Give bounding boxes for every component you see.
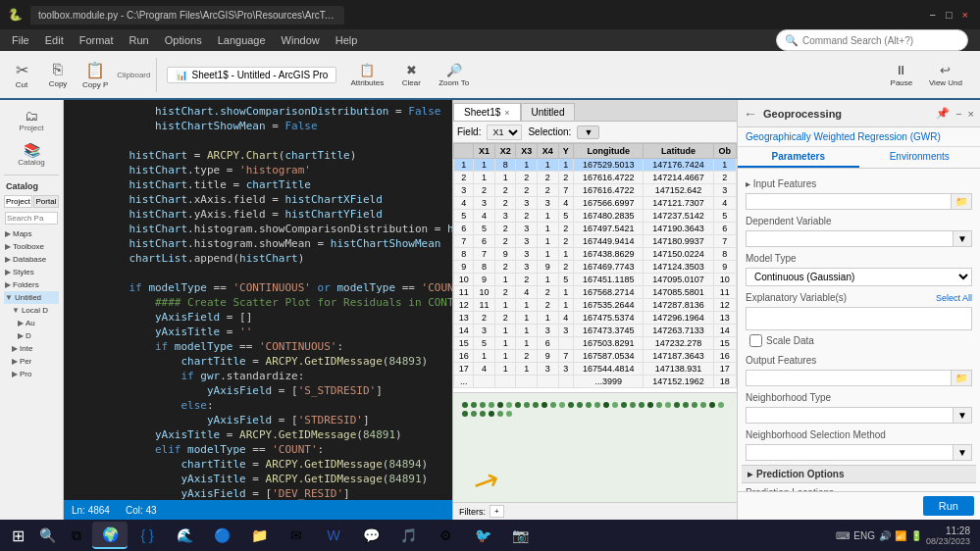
table-row[interactable]: 1611297167587.0534147187.364316 xyxy=(454,350,737,363)
task-view-btn[interactable]: ⧉ xyxy=(63,522,90,549)
table-row[interactable]: 543215167480.2835147237.51425 xyxy=(454,210,737,223)
selection-options-btn[interactable]: ▼ xyxy=(577,125,599,139)
tree-item-maps[interactable]: ▶Maps xyxy=(4,227,59,240)
table-row[interactable]: 1431133167473.3745147263.713314 xyxy=(454,325,737,337)
tree-item-inte[interactable]: ▶Inte xyxy=(4,342,59,355)
catalog-portal-tab[interactable]: Portal xyxy=(33,195,59,208)
table-row[interactable]: 652312167497.5421147190.36436 xyxy=(454,223,737,235)
command-search-input[interactable] xyxy=(802,35,959,46)
start-button[interactable]: ⊞ xyxy=(4,522,31,549)
clipboard-copypaste-btn[interactable]: 📋 Copy P xyxy=(77,58,114,92)
dependent-var-input[interactable] xyxy=(747,231,953,246)
taskbar-twitter-app[interactable]: 🐦 xyxy=(465,522,500,549)
taskbar-word-app[interactable]: W xyxy=(316,522,351,549)
tree-item-styles[interactable]: ▶Styles xyxy=(4,266,59,278)
search-taskbar-btn[interactable]: 🔍 xyxy=(33,522,61,549)
geo-back-icon[interactable]: ← xyxy=(744,106,757,122)
taskbar-teams-app[interactable]: 💬 xyxy=(353,522,388,549)
geo-pin-icon[interactable]: 📌 xyxy=(936,107,950,120)
taskbar-edge-app[interactable]: 🌊 xyxy=(167,522,202,549)
menu-format[interactable]: Format xyxy=(72,32,122,48)
menu-file[interactable]: File xyxy=(4,32,37,48)
output-features-input[interactable] xyxy=(747,371,951,385)
clipboard-copy-btn[interactable]: ⎘ Copy xyxy=(40,58,76,91)
prediction-options-header[interactable]: ▸ Prediction Options xyxy=(742,465,976,483)
pause-btn[interactable]: ⏸ Pause xyxy=(884,60,919,90)
neighborhood-selection-browse-btn[interactable]: ▼ xyxy=(953,445,971,460)
win-close[interactable]: × xyxy=(958,9,972,21)
sidebar-project[interactable]: 🗂 Project xyxy=(4,104,59,136)
geo-close-icon[interactable]: × xyxy=(968,108,974,120)
input-features-browse-btn[interactable]: 📁 xyxy=(951,194,971,209)
model-type-select[interactable]: Continuous (Gaussian) xyxy=(746,268,972,286)
table-row[interactable]: 322227167616.4722147152.6423 xyxy=(454,184,737,197)
tree-item-au[interactable]: ▶Au xyxy=(4,317,59,329)
tree-item-per[interactable]: ▶Per xyxy=(4,355,59,368)
output-features-browse-btn[interactable]: 📁 xyxy=(951,371,971,385)
table-row[interactable]: 1741133167544.4814147138.93117 xyxy=(454,363,737,376)
table-row[interactable]: 11102421167568.2714147085.580111 xyxy=(454,286,737,299)
code-editor[interactable]: histChart.showComparisonDistribution = F… xyxy=(64,100,452,500)
taskbar-explorer-app[interactable]: 📁 xyxy=(241,522,277,549)
table-row[interactable]: 211222167616.4722147214.46672 xyxy=(454,172,737,184)
catalog-project-tab[interactable]: Project xyxy=(4,195,32,208)
tree-item-databases[interactable]: ▶Database xyxy=(4,253,59,266)
sidebar-catalog[interactable]: 📚 Catalog xyxy=(4,138,59,171)
menu-edit[interactable]: Edit xyxy=(37,32,72,48)
dependent-var-browse-btn[interactable]: ▼ xyxy=(953,231,971,246)
taskbar-arcgis-app[interactable]: 🌍 xyxy=(92,522,128,549)
clear-btn[interactable]: ✖ Clear xyxy=(393,60,429,90)
sheet-tab-active[interactable]: Sheet1$ × xyxy=(453,103,521,121)
taskbar-music-app[interactable]: 🎵 xyxy=(390,522,426,549)
menu-run[interactable]: Run xyxy=(122,32,157,48)
tree-item-locald[interactable]: ▼Local D xyxy=(4,304,59,317)
tree-item-folders[interactable]: ▶Folders xyxy=(4,278,59,291)
taskbar-vscode-app[interactable]: { } xyxy=(129,522,165,549)
taskbar-camera-app[interactable]: 📷 xyxy=(502,522,538,549)
explanatory-vars-input[interactable] xyxy=(746,307,972,330)
add-filter-btn[interactable]: + xyxy=(490,505,504,518)
table-row[interactable]: 118111167529.5013147176.74241 xyxy=(454,159,737,172)
data-table[interactable]: X1 X2 X3 X4 Y Longitude Latitude Ob 1181… xyxy=(453,143,737,392)
tree-item-toolboxes[interactable]: ▶Toolboxe xyxy=(4,240,59,253)
menu-window[interactable]: Window xyxy=(274,32,328,48)
tree-item-untitled[interactable]: ▼Untitled xyxy=(4,291,59,304)
table-row[interactable]: 1322114167475.5374147296.196413 xyxy=(454,312,737,325)
table-row[interactable]: 982392167469.7743147124.35039 xyxy=(454,261,737,274)
taskbar-chrome-app[interactable]: 🔵 xyxy=(204,522,239,549)
select-all-link[interactable]: Select All xyxy=(936,293,972,303)
sheet-close-icon[interactable]: × xyxy=(504,108,509,118)
table-row[interactable]: 432334167566.6997147121.73074 xyxy=(454,197,737,210)
run-button[interactable]: Run xyxy=(923,496,974,516)
table-row[interactable]: 12111121167535.2644147287.813612 xyxy=(454,299,737,312)
neighborhood-type-browse-btn[interactable]: ▼ xyxy=(953,408,971,423)
scale-data-checkbox[interactable] xyxy=(749,334,762,347)
geo-tab-environments[interactable]: Environments xyxy=(859,147,981,168)
win-minimize[interactable]: − xyxy=(925,9,939,21)
untitled-sheet-tab[interactable]: Untitled xyxy=(521,103,576,121)
attributes-btn[interactable]: 📋 Attributes xyxy=(344,60,389,90)
geo-tab-parameters[interactable]: Parameters xyxy=(738,147,859,168)
tree-item-pro[interactable]: ▶Pro xyxy=(4,368,59,380)
neighborhood-type-input[interactable] xyxy=(747,408,953,423)
menu-help[interactable]: Help xyxy=(328,32,366,48)
geo-minimize-icon[interactable]: − xyxy=(955,108,961,120)
input-features-input[interactable] xyxy=(747,194,951,209)
menu-language[interactable]: Language xyxy=(210,32,274,48)
menu-options[interactable]: Options xyxy=(157,32,210,48)
neighborhood-selection-input[interactable] xyxy=(747,445,953,460)
catalog-search-input[interactable] xyxy=(5,212,58,225)
win-maximize[interactable]: □ xyxy=(942,9,956,21)
tree-item-d[interactable]: ▶D xyxy=(4,329,59,342)
command-search-bar[interactable]: 🔍 xyxy=(776,29,968,51)
viewund-btn[interactable]: ↩ View Und xyxy=(923,60,968,90)
table-row[interactable]: 155116167503.8291147232.27815 xyxy=(454,337,737,350)
table-row[interactable]: 879311167438.8629147150.02248 xyxy=(454,248,737,261)
field-select[interactable]: X1X2X3X4Y xyxy=(487,125,522,140)
zoomto-btn[interactable]: 🔎 Zoom To xyxy=(433,60,475,90)
table-row[interactable]: 762312167449.9414147180.99377 xyxy=(454,235,737,248)
taskbar-settings-app[interactable]: ⚙ xyxy=(428,522,463,549)
table-row[interactable]: 1091215167451.1185147095.010710 xyxy=(454,274,737,286)
taskbar-outlook-app[interactable]: ✉ xyxy=(279,522,314,549)
table-row[interactable]: ......3999147152.196218 xyxy=(454,376,737,388)
